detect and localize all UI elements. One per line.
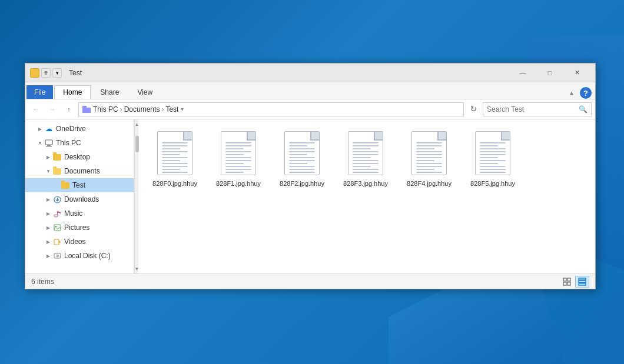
folder-open-icon [52,166,62,176]
grid-view-button[interactable] [560,276,574,288]
file-item-2[interactable]: 828F2.jpg.hhuy [273,126,331,191]
folder-icon [52,152,62,162]
sidebar-item-pictures[interactable]: ▶ Pictures [25,221,134,235]
back-button[interactable]: ← [29,102,43,116]
svg-rect-19 [563,282,566,285]
sidebar-item-test[interactable]: Test [25,178,134,192]
address-path[interactable]: This PC › Documents › Test ▾ [78,102,464,116]
file-item-5[interactable]: 828F5.jpg.hhuy [463,126,522,191]
chevron-icon: ▼ [44,167,52,175]
file-item-3[interactable]: 828F3.jpg.hhuy [336,126,395,191]
path-this-pc[interactable]: This PC [93,105,118,113]
sidebar-scrollbar[interactable]: ▲ ▼ [134,119,139,273]
doc-line [162,148,180,149]
file-item-0[interactable]: 828F0.jpg.hhuy [145,126,204,191]
sidebar-label-videos: Videos [64,238,85,246]
ribbon-tabs: File Home Share View ▲ ? [25,82,595,99]
svg-rect-3 [82,106,87,108]
file-item-1[interactable]: 828F1.jpg.hhuy [209,126,268,191]
doc-line [162,160,180,161]
window-title: Test [69,69,509,77]
scroll-thumb[interactable] [135,136,139,152]
title-bar-controls: — □ ✕ [509,64,590,82]
chevron-icon: ▶ [44,252,52,260]
up-button[interactable]: ↑ [62,102,76,116]
doc-lines [480,142,506,173]
svg-rect-4 [45,140,52,145]
dropdown-arrow-icon[interactable]: ▾ [52,68,62,78]
file-item-4[interactable]: 828F4.jpg.hhuy [400,126,459,191]
sidebar-item-downloads[interactable]: ▶ Downloads [25,192,134,206]
file-name-0: 828F0.jpg.hhuy [152,179,197,188]
svg-rect-12 [54,239,59,245]
doc-line [162,169,180,170]
downloads-icon [52,195,62,204]
sidebar-label-this-pc: This PC [56,139,81,147]
svg-rect-21 [579,278,586,280]
doc-line [162,151,188,152]
forward-button[interactable]: → [45,102,59,116]
help-button[interactable]: ? [580,87,592,99]
ribbon: File Home Share View ▲ ? [25,82,595,99]
search-input[interactable] [487,105,576,113]
search-box[interactable]: 🔍 [483,102,592,116]
sidebar-label-music: Music [64,209,82,218]
sidebar-label-documents: Documents [64,167,100,175]
list-view-button[interactable] [575,276,589,288]
sidebar: ▶ ☁ OneDrive ▼ This PC ▶ Desktop [25,119,134,273]
sidebar-label-local-disk: Local Disk (C:) [64,252,111,260]
grid-view-icon [563,278,571,286]
scroll-track[interactable] [135,129,139,264]
doc-shape [157,131,192,175]
path-test[interactable]: Test [165,105,178,113]
svg-point-16 [57,255,58,256]
refresh-button[interactable]: ↻ [466,102,480,116]
doc-line [162,142,188,143]
doc-line [162,154,180,155]
sidebar-label-downloads: Downloads [64,195,99,203]
ribbon-collapse-icon[interactable]: ▲ [566,87,577,99]
file-icon-2 [282,130,322,177]
title-bar: ▾ Test — □ ✕ [25,64,595,82]
file-name-2: 828F2.jpg.hhuy [280,179,324,188]
tab-home[interactable]: Home [54,85,91,99]
close-button[interactable]: ✕ [563,64,590,82]
minimize-button[interactable]: — [509,64,536,82]
file-icon-3 [346,130,386,177]
chevron-icon: ▶ [44,153,52,161]
doc-corner [438,132,446,140]
sidebar-item-local-disk[interactable]: ▶ Local Disk (C:) [25,249,134,263]
svg-rect-23 [579,283,586,285]
path-dropdown-icon[interactable]: ▾ [181,106,184,112]
doc-shape [411,131,447,175]
maximize-button[interactable]: □ [536,64,563,82]
doc-shape [284,131,320,175]
svg-marker-13 [59,241,61,243]
tab-file[interactable]: File [26,85,53,99]
svg-rect-5 [47,145,51,146]
sidebar-item-documents[interactable]: ▼ Documents [25,164,134,178]
sidebar-label-test: Test [72,181,85,189]
sidebar-item-onedrive[interactable]: ▶ ☁ OneDrive [25,122,134,136]
test-folder-icon [61,181,70,190]
path-documents[interactable]: Documents [124,105,160,113]
search-icon: 🔍 [579,105,588,113]
sidebar-item-videos[interactable]: ▶ Videos [25,235,134,249]
doc-shape [475,131,510,175]
address-bar: ← → ↑ This PC › Documents › Test ▾ ↻ 🔍 [25,99,595,119]
tab-view[interactable]: View [128,85,161,99]
pictures-icon [52,223,62,232]
sidebar-item-music[interactable]: ▶ Music [25,206,134,221]
sidebar-label-pictures: Pictures [64,223,89,232]
status-bar: 6 items [25,273,595,289]
sidebar-item-this-pc[interactable]: ▼ This PC [25,136,134,150]
file-name-5: 828F5.jpg.hhuy [470,179,515,188]
computer-icon [44,138,54,148]
tab-share[interactable]: Share [91,85,128,99]
doc-line [162,163,188,164]
music-icon [52,209,62,218]
file-name-4: 828F4.jpg.hhuy [407,179,452,188]
chevron-icon: ▶ [36,125,44,133]
sidebar-item-desktop[interactable]: ▶ Desktop [25,150,134,164]
quick-access-icon [41,68,51,78]
